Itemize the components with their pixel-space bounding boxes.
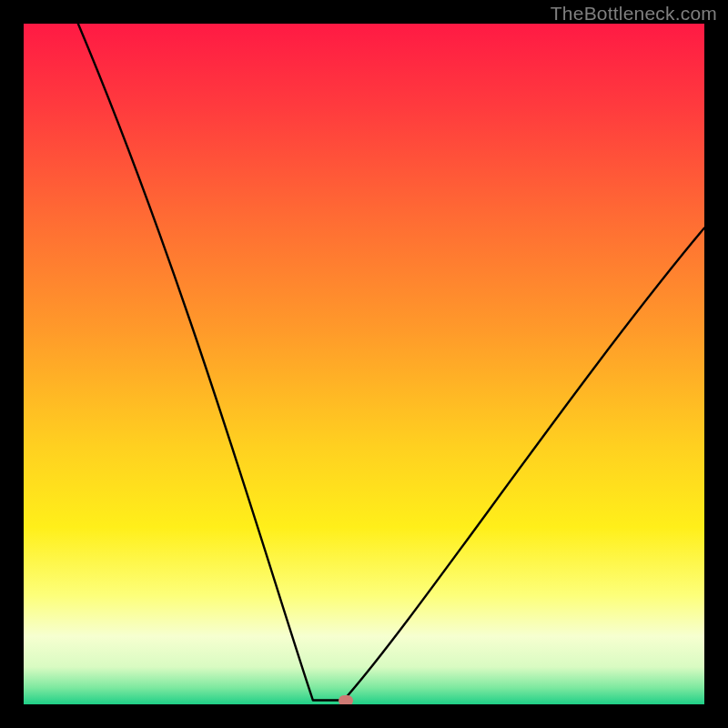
plot-area: [24, 24, 704, 704]
bottleneck-curve: [78, 24, 704, 701]
chart-frame: TheBottleneck.com: [0, 0, 728, 728]
curve-layer: [24, 24, 704, 704]
optimum-marker: [339, 695, 353, 705]
watermark-text: TheBottleneck.com: [551, 3, 717, 25]
